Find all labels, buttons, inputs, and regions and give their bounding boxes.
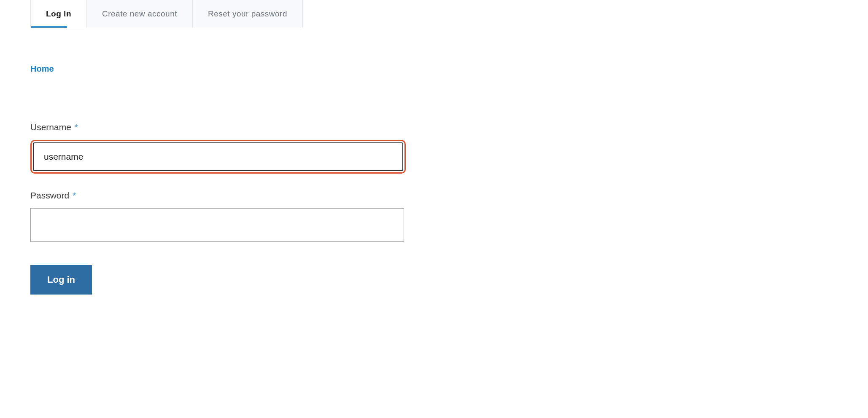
required-asterisk-icon: * xyxy=(75,122,78,132)
tab-reset-password[interactable]: Reset your password xyxy=(193,0,302,28)
password-label: Password * xyxy=(30,190,868,201)
auth-tabs: Log in Create new account Reset your pas… xyxy=(30,0,303,28)
login-form: Username * Password * Log in xyxy=(30,122,868,295)
login-button[interactable]: Log in xyxy=(30,265,92,295)
password-group: Password * xyxy=(30,190,868,242)
username-group: Username * xyxy=(30,122,868,174)
required-asterisk-icon: * xyxy=(73,190,76,200)
tab-login[interactable]: Log in xyxy=(31,0,87,28)
username-input-highlight xyxy=(30,140,406,174)
username-label: Username * xyxy=(30,122,868,132)
breadcrumb: Home xyxy=(30,64,868,74)
breadcrumb-home-link[interactable]: Home xyxy=(30,64,54,73)
password-input[interactable] xyxy=(30,208,404,242)
username-input[interactable] xyxy=(33,142,403,171)
tab-create-account[interactable]: Create new account xyxy=(87,0,193,28)
password-label-text: Password xyxy=(30,190,69,200)
username-label-text: Username xyxy=(30,122,71,132)
